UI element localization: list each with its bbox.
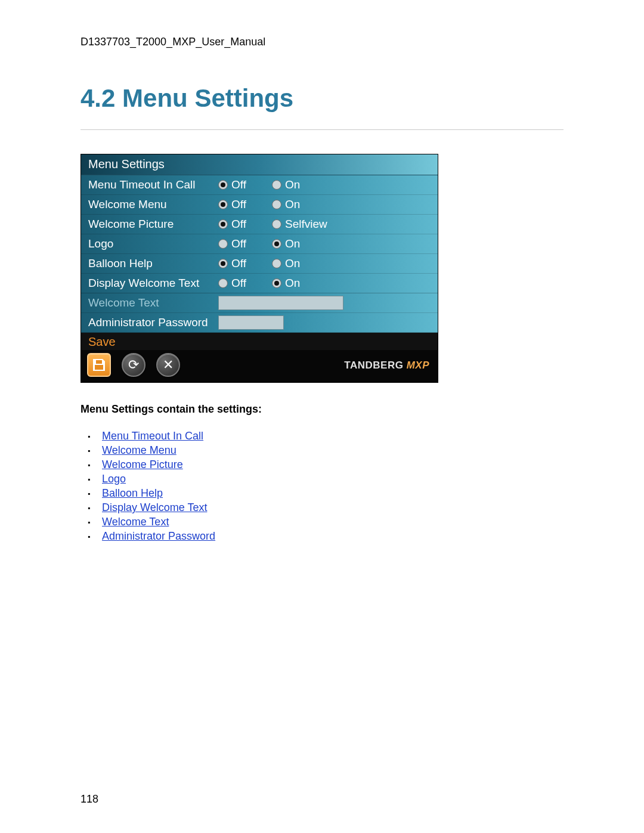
- list-item: Menu Timeout In Call: [102, 430, 564, 442]
- settings-link[interactable]: Administrator Password: [102, 530, 215, 542]
- list-item: Logo: [102, 473, 564, 485]
- settings-link-list: Menu Timeout In CallWelcome MenuWelcome …: [80, 430, 564, 543]
- option[interactable]: Off: [218, 257, 272, 270]
- radio-icon: [272, 180, 281, 190]
- panel-title: Menu Settings: [81, 154, 438, 175]
- disk-icon: [93, 359, 105, 371]
- setting-row: Welcome PictureOffSelfview: [81, 215, 438, 234]
- radio-icon: [218, 259, 228, 268]
- radio-icon: [272, 200, 281, 209]
- option-label: Off: [231, 218, 246, 231]
- option[interactable]: Off: [218, 218, 272, 231]
- cancel-button[interactable]: ✕: [156, 353, 180, 377]
- option[interactable]: On: [272, 237, 326, 250]
- save-label: Save: [81, 333, 438, 350]
- radio-icon: [218, 200, 228, 209]
- option[interactable]: Off: [218, 178, 272, 191]
- brand-suffix: MXP: [403, 360, 429, 371]
- option-label: Off: [231, 198, 246, 211]
- admin-password-label: Administrator Password: [88, 316, 218, 329]
- option-label: On: [285, 257, 300, 270]
- option[interactable]: Off: [218, 277, 272, 290]
- list-item: Welcome Menu: [102, 444, 564, 457]
- toolbar: ⟳ ✕ TANDBERG MXP: [81, 350, 438, 382]
- radio-icon: [218, 219, 228, 229]
- brand-logo: TANDBERG MXP: [344, 360, 429, 371]
- settings-link[interactable]: Logo: [102, 473, 126, 485]
- brand-main: TANDBERG: [344, 360, 403, 371]
- option[interactable]: Selfview: [272, 218, 349, 231]
- settings-link[interactable]: Balloon Help: [102, 487, 163, 499]
- list-item: Administrator Password: [102, 530, 564, 543]
- option-label: Off: [231, 257, 246, 270]
- setting-label: Welcome Picture: [88, 218, 218, 231]
- setting-row: Menu Timeout In CallOffOn: [81, 175, 438, 195]
- option-label: Off: [231, 237, 246, 250]
- settings-link[interactable]: Welcome Picture: [102, 459, 183, 470]
- refresh-button[interactable]: ⟳: [122, 353, 145, 377]
- setting-row: LogoOffOn: [81, 234, 438, 254]
- radio-icon: [218, 180, 228, 190]
- refresh-icon: ⟳: [128, 357, 139, 373]
- option-label: Off: [231, 178, 246, 191]
- list-item: Balloon Help: [102, 487, 564, 500]
- setting-label: Welcome Menu: [88, 198, 218, 211]
- admin-password-input[interactable]: [218, 315, 284, 330]
- list-item: Welcome Text: [102, 516, 564, 528]
- settings-link[interactable]: Menu Timeout In Call: [102, 430, 203, 442]
- close-icon: ✕: [163, 357, 174, 373]
- setting-label: Logo: [88, 237, 218, 250]
- radio-icon: [272, 239, 281, 249]
- welcome-text-input[interactable]: [218, 296, 343, 310]
- option-label: On: [285, 277, 300, 290]
- option[interactable]: On: [272, 198, 326, 211]
- option[interactable]: Off: [218, 198, 272, 211]
- option-label: Off: [231, 277, 246, 290]
- list-heading: Menu Settings contain the settings:: [80, 403, 564, 416]
- option[interactable]: Off: [218, 237, 272, 250]
- section-rule: [80, 129, 564, 130]
- settings-panel: Menu Settings Menu Timeout In CallOffOnW…: [81, 154, 438, 333]
- section-title: 4.2 Menu Settings: [80, 84, 564, 113]
- radio-icon: [272, 259, 281, 268]
- option[interactable]: On: [272, 178, 326, 191]
- setting-label: Menu Timeout In Call: [88, 178, 218, 191]
- radio-icon: [218, 239, 228, 249]
- page-number: 118: [80, 793, 98, 806]
- radio-icon: [272, 219, 281, 229]
- settings-link[interactable]: Welcome Text: [102, 516, 169, 528]
- setting-row: Display Welcome TextOffOn: [81, 274, 438, 293]
- option-label: Selfview: [285, 218, 327, 231]
- setting-row: Welcome MenuOffOn: [81, 195, 438, 215]
- setting-label: Balloon Help: [88, 257, 218, 270]
- option[interactable]: On: [272, 257, 326, 270]
- option[interactable]: On: [272, 277, 326, 290]
- doc-header: D1337703_T2000_MXP_User_Manual: [80, 36, 564, 48]
- menu-settings-screenshot: Menu Settings Menu Timeout In CallOffOnW…: [80, 154, 438, 383]
- list-item: Display Welcome Text: [102, 501, 564, 514]
- welcome-text-label: Welcome Text: [88, 296, 218, 309]
- settings-link[interactable]: Welcome Menu: [102, 444, 177, 456]
- option-label: On: [285, 198, 300, 211]
- admin-password-row: Administrator Password: [81, 313, 438, 333]
- setting-row: Balloon HelpOffOn: [81, 254, 438, 274]
- save-button[interactable]: [87, 353, 111, 377]
- option-label: On: [285, 178, 300, 191]
- welcome-text-row: Welcome Text: [81, 293, 438, 313]
- radio-icon: [272, 278, 281, 288]
- list-item: Welcome Picture: [102, 459, 564, 471]
- radio-icon: [218, 278, 228, 288]
- settings-link[interactable]: Display Welcome Text: [102, 501, 207, 513]
- setting-label: Display Welcome Text: [88, 277, 218, 290]
- option-label: On: [285, 237, 300, 250]
